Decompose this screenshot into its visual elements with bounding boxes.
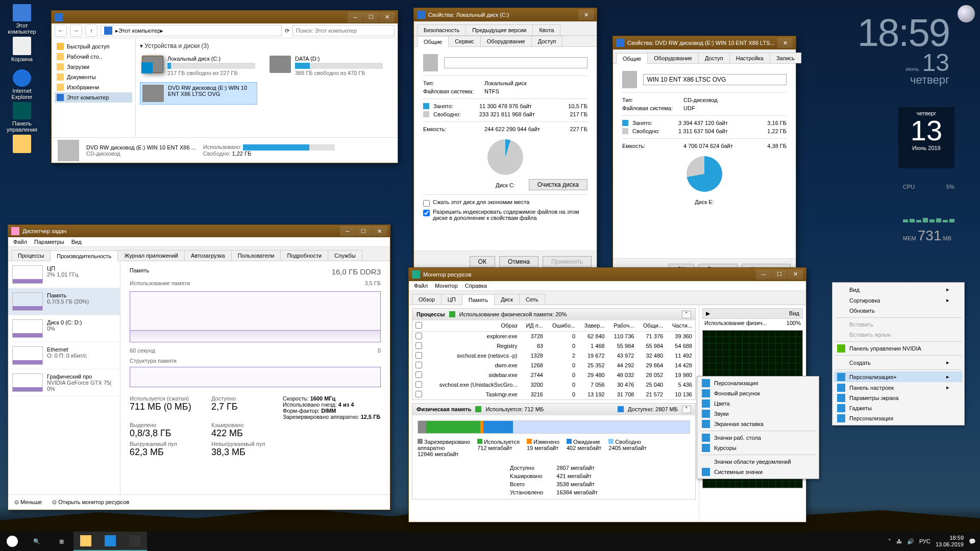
tab[interactable]: Пользователи [231,250,281,261]
tray-icon[interactable]: ˄ [888,538,891,545]
view-dropdown[interactable]: Вид [789,310,799,317]
tab[interactable]: Общие [616,53,648,64]
context-menu-item[interactable]: Персонализация [834,413,963,423]
context-menu-item[interactable]: Персонализация [699,378,817,388]
process-row[interactable]: sidebar.exe2744029 48048 03228 05219 980 [412,370,695,380]
tab[interactable]: Подробности [280,250,328,261]
minimize-button[interactable]: ─ [756,269,771,280]
desktop-icon-ie[interactable]: Internet Explorer [4,69,40,100]
group-header[interactable]: Устройства и диски (3) [140,42,394,49]
column-header[interactable]: Части... [666,320,695,332]
notifications-icon[interactable]: 💬 [969,538,976,545]
process-row[interactable]: svchost.exe (netsvcs -p)1328219 67243 97… [412,351,695,361]
tab[interactable]: Доступ [531,36,563,46]
perf-tile[interactable]: ЦП2% 1,01 ГГц [8,261,120,288]
tab[interactable]: Общие [417,36,449,47]
desktop-icon-folder[interactable] [4,135,40,165]
address-input[interactable]: ▸ Этот компьютер ▸ [101,25,282,36]
process-row[interactable]: dwm.exe1268025 35244 29229 86414 428 [412,361,695,370]
titlebar[interactable]: Монитор ресурсов─☐✕ [409,268,806,281]
titlebar[interactable]: Свойства: DVD RW дисковод (E:) WIN 10 EN… [613,36,796,49]
tab[interactable]: Диск [494,294,520,305]
perf-tile[interactable]: Графический проNVIDIA GeForce GTX 75( 0% [8,369,120,396]
open-resmon[interactable]: ⊙ Открыть монитор ресурсов [52,499,129,506]
nav-item[interactable]: Рабочий сто.. [55,52,132,62]
nav-item[interactable]: Загрузки [55,62,132,72]
context-menu-item[interactable]: Звуки [699,409,817,419]
ok-button[interactable]: ОК [470,256,495,267]
tab[interactable]: Журнал приложений [117,250,185,261]
tab[interactable]: Предыдущие версии [465,24,533,35]
nav-item[interactable]: Документы [55,72,132,82]
desktop-icon-recycle[interactable]: Корзина [4,37,40,67]
nav-item[interactable]: Этот компьютер [55,92,132,103]
tab[interactable]: Сеть [519,294,545,305]
taskbar-app[interactable] [122,532,147,551]
perf-tile[interactable]: Память0,7/3,5 ГБ (20%) [8,288,120,315]
tab[interactable]: Автозагрузка [184,250,232,261]
context-menu-item[interactable]: Гаджеты [834,403,963,413]
tab[interactable]: Сервис [448,36,481,46]
maximize-button[interactable]: ☐ [772,269,787,280]
titlebar[interactable]: Свойства: Локальный диск (C:)✕ [414,8,597,21]
process-row[interactable]: Taskmgr.exe3216013 19231 70821 57210 136 [412,390,695,399]
desktop-icon-control-panel[interactable]: Панель управления [4,102,40,133]
context-menu-item[interactable]: Цвета [699,398,817,409]
menu-item[interactable]: Вид [71,239,82,245]
tab[interactable]: Безопасность [417,24,466,35]
menu-item[interactable]: Файл [414,283,428,289]
tab[interactable]: Службы [328,250,362,261]
maximize-button[interactable]: ☐ [356,226,371,236]
forward-button[interactable]: → [70,24,82,37]
system-tray[interactable]: ˄ 🖧 🔊 РУС 18:5913.06.2019 💬 [888,535,980,548]
close-button[interactable]: ✕ [372,226,387,236]
index-checkbox[interactable]: Разрешить индексировать содержимое файло… [423,209,587,221]
context-menu-item[interactable]: Вид▸ [834,284,963,295]
context-menu-item[interactable]: Персонализация+▸ [834,371,963,382]
close-button[interactable]: ✕ [777,38,793,48]
context-menu-item[interactable]: Создать▸ [834,357,963,368]
context-menu-item[interactable]: Значки области уведомлений [699,457,817,467]
search-button[interactable]: 🔍 [24,532,49,551]
search-input[interactable] [292,25,395,36]
column-header[interactable]: Общи... [637,320,666,332]
cancel-button[interactable]: Отмена [499,256,538,267]
collapse-button[interactable]: ˄ [682,406,691,413]
column-header[interactable]: Завер... [578,320,607,332]
tab[interactable]: Оборудование [480,36,532,46]
up-button[interactable]: ↑ [85,24,97,37]
clock[interactable]: 18:5913.06.2019 [936,535,964,548]
tab[interactable]: Обзор [412,294,442,305]
perf-tile[interactable]: EthernetО: 0 П: 0 кбит/с [8,342,120,369]
column-header[interactable]: Рабоч... [608,320,638,332]
tab[interactable]: ЦП [441,294,462,305]
close-button[interactable]: ✕ [788,269,803,280]
refresh-button[interactable]: ⟳ [285,28,289,34]
tab[interactable]: Доступ [698,53,730,63]
taskbar-app[interactable] [98,532,122,551]
nav-item[interactable]: Изображени [55,82,132,92]
context-menu-item[interactable]: Системные значки [699,467,817,477]
column-header[interactable]: Ошибо... [546,320,578,332]
taskbar-explorer[interactable] [74,532,98,551]
menu-item[interactable]: Файл [13,239,27,245]
context-menu-item[interactable]: Значки раб. стола [699,433,817,443]
tab[interactable]: Квота [532,24,560,35]
process-row[interactable]: Registry8301 46855 98455 98454 688 [412,341,695,351]
apply-button[interactable]: Применить [543,256,592,267]
drive-item[interactable]: Локальный диск (C:)217 ГБ свободно из 22… [140,54,257,78]
language-indicator[interactable]: РУС [919,538,930,544]
context-menu-item[interactable]: Фоновый рисунок [699,388,817,398]
tab[interactable]: Производительность [50,251,118,261]
close-button[interactable]: ✕ [578,10,594,20]
cleanup-button[interactable]: Очистка диска [529,179,587,190]
fewer-details[interactable]: ⊙ Меньше [14,499,42,506]
tab[interactable]: Настройка [729,53,770,63]
process-row[interactable]: explorer.exe3728062 840110 73671 37639 3… [412,331,695,341]
network-icon[interactable]: 🖧 [896,538,902,544]
context-menu-item[interactable]: Панель настроек▸ [834,382,963,393]
tab[interactable]: Процессы [11,250,51,261]
minimize-button[interactable]: ─ [340,226,355,236]
collapse-button[interactable]: ˄ [682,311,691,318]
tab[interactable]: Память [462,294,495,305]
